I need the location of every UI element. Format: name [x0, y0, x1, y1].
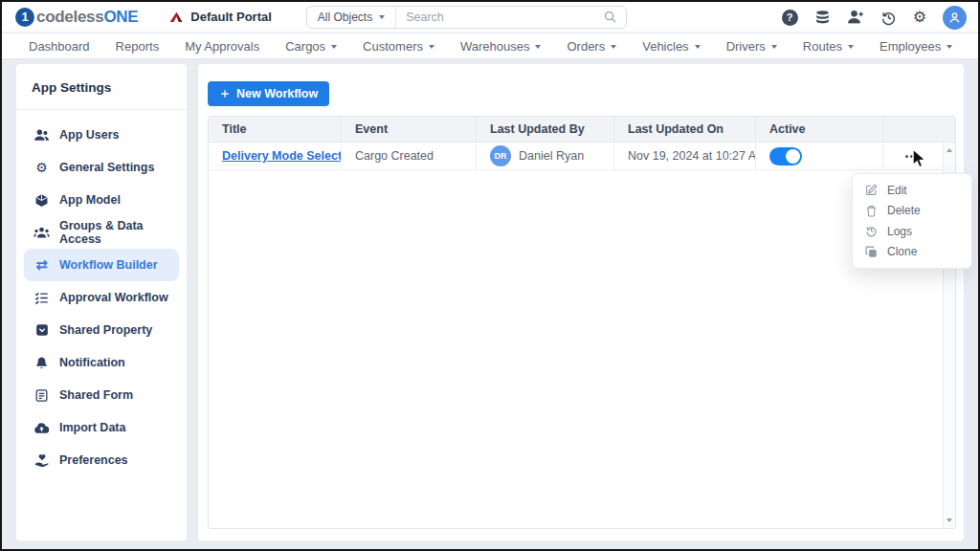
sidebar-item-shared-form[interactable]: Shared Form	[16, 379, 187, 411]
history-icon	[865, 225, 878, 237]
cloud-upload-icon	[33, 420, 50, 436]
portal-selector[interactable]: Default Portal	[168, 10, 272, 25]
row-actions-button[interactable]	[902, 151, 923, 162]
search-icon	[603, 10, 617, 24]
menu-item-clone[interactable]: Clone	[853, 242, 971, 263]
global-search: All Objects	[306, 6, 627, 29]
checklist-icon	[33, 291, 50, 305]
active-toggle[interactable]	[769, 147, 802, 165]
table-header: Title Event Last Updated By Last Updated…	[209, 117, 955, 143]
account-avatar[interactable]	[943, 6, 967, 30]
bell-icon	[33, 356, 50, 370]
sidebar-item-groups-data-access[interactable]: Groups & Data Access	[16, 216, 187, 249]
chevron-down-icon	[947, 45, 952, 52]
sidebar-item-workflow-builder[interactable]: ⇄ Workflow Builder	[24, 249, 179, 281]
nav-item-warehouses[interactable]: Warehouses	[460, 39, 542, 54]
scroll-down-icon[interactable]	[947, 518, 952, 522]
cell-updated-on: Nov 19, 2024 at 10:27 AM	[613, 143, 755, 169]
cube-icon	[33, 193, 50, 208]
settings-button[interactable]: ⚙	[913, 10, 926, 25]
chevron-down-icon	[771, 45, 777, 52]
sidebar-item-preferences[interactable]: Preferences	[16, 444, 187, 476]
workflow-panel: New Workflow Title Event Last Updated By…	[197, 63, 965, 541]
chevron-down-icon	[429, 45, 434, 52]
nav-item-my-approvals[interactable]: My Approvals	[185, 39, 259, 54]
sidebar-item-app-users[interactable]: App Users	[16, 119, 187, 151]
sidebar-title: App Settings	[16, 64, 187, 95]
divider	[16, 109, 187, 110]
help-button[interactable]: ?	[782, 10, 798, 26]
plus-icon	[219, 88, 231, 99]
history-icon	[880, 10, 897, 26]
row-context-menu: Edit Delete Logs Clone	[852, 173, 972, 269]
square-chevron-icon	[33, 323, 50, 337]
new-workflow-button[interactable]: New Workflow	[208, 81, 329, 106]
cell-active	[755, 143, 882, 169]
column-header-last-updated-by: Last Updated By	[476, 117, 613, 142]
toggle-knob	[786, 149, 800, 164]
logo-text: codelessONE	[36, 8, 138, 27]
workflow-table: Title Event Last Updated By Last Updated…	[208, 116, 956, 529]
column-header-last-updated-on: Last Updated On	[613, 117, 755, 142]
gear-icon: ⚙	[913, 10, 926, 25]
person-icon	[947, 11, 962, 25]
avatar: DR	[490, 145, 511, 166]
nav-item-vehicles[interactable]: Vehicles	[642, 39, 700, 54]
chevron-down-icon	[695, 45, 701, 52]
nav-item-cargos[interactable]: Cargos	[285, 39, 337, 54]
top-right-icons: ? ⚙	[782, 2, 967, 33]
cell-updated-by: DR Daniel Ryan	[476, 143, 613, 169]
top-bar: 1 codelessONE Default Portal All Objects…	[2, 2, 978, 33]
column-header-event: Event	[341, 117, 476, 142]
menu-item-edit[interactable]: Edit	[853, 180, 971, 201]
nav-item-reports[interactable]: Reports	[116, 39, 160, 54]
nav-item-orders[interactable]: Orders	[567, 39, 616, 54]
chevron-down-icon	[611, 45, 616, 52]
nav-item-customers[interactable]: Customers	[363, 39, 434, 54]
scroll-up-icon[interactable]	[947, 148, 952, 152]
logo-circle-icon: 1	[15, 8, 34, 27]
users-icon	[33, 127, 50, 143]
object-scope-label: All Objects	[318, 11, 372, 24]
workflow-title-link[interactable]: Delivery Mode Selection	[222, 149, 341, 163]
sidebar-items: App Users ⚙ General Settings App Model G…	[16, 119, 187, 476]
nav-item-drivers[interactable]: Drivers	[726, 39, 777, 54]
portal-logo-icon	[168, 10, 184, 25]
add-user-icon	[847, 9, 864, 26]
sidebar-item-app-model[interactable]: App Model	[16, 184, 187, 216]
add-user-button[interactable]	[847, 9, 864, 26]
chevron-down-icon	[379, 15, 385, 22]
app-logo[interactable]: 1 codelessONE	[15, 8, 138, 27]
trash-icon	[865, 205, 878, 217]
history-button[interactable]	[880, 10, 897, 26]
table-row: Delivery Mode Selection Cargo Created DR…	[209, 143, 955, 170]
sidebar-item-notification[interactable]: Notification	[16, 346, 187, 379]
nav-item-routes[interactable]: Routes	[803, 39, 854, 54]
object-scope-dropdown[interactable]: All Objects	[307, 7, 396, 28]
menu-item-logs[interactable]: Logs	[853, 221, 971, 242]
sidebar-item-import-data[interactable]: Import Data	[16, 411, 187, 444]
search-input[interactable]	[396, 11, 603, 24]
portal-name: Default Portal	[190, 10, 272, 24]
gear-icon: ⚙	[33, 161, 50, 174]
main-nav: Dashboard Reports My Approvals Cargos Cu…	[2, 33, 978, 59]
menu-item-delete[interactable]: Delete	[853, 201, 971, 222]
help-icon: ?	[782, 10, 798, 26]
sidebar-item-approval-workflow[interactable]: Approval Workflow	[16, 281, 187, 314]
nav-item-employees[interactable]: Employees	[880, 39, 952, 54]
form-icon	[33, 388, 50, 403]
chevron-down-icon	[535, 45, 541, 52]
chevron-down-icon	[848, 45, 854, 52]
nav-item-dashboard[interactable]: Dashboard	[29, 39, 90, 54]
updated-by-name: Daniel Ryan	[519, 149, 584, 163]
column-header-title: Title	[209, 117, 341, 142]
column-header-actions	[882, 117, 955, 142]
column-header-active: Active	[755, 117, 882, 142]
database-icon	[814, 10, 831, 26]
sidebar-item-shared-property[interactable]: Shared Property	[16, 314, 187, 346]
chevron-down-icon	[331, 45, 337, 52]
swap-arrows-icon: ⇄	[33, 258, 50, 273]
database-button[interactable]	[814, 10, 831, 26]
sidebar-item-general-settings[interactable]: ⚙ General Settings	[16, 151, 187, 184]
edit-icon	[865, 184, 878, 196]
